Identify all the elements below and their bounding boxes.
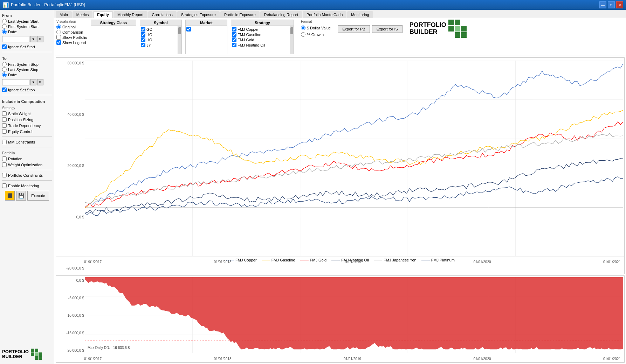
dd-chart-canvas (85, 277, 623, 353)
include-label: Include in Computation (2, 99, 52, 104)
legend-heating-oil: FMJ Heating Oil (331, 258, 369, 262)
symbol-header: Symbol (140, 20, 181, 26)
legend-gold: FMJ Gold (300, 258, 327, 262)
to-label: To (2, 56, 52, 61)
last-system-start-radio[interactable]: Last System Start (2, 19, 52, 23)
dd-chart-container: 0,0 $ -5 000,0 $ -10 000,0 $ -15 000,0 $… (56, 275, 625, 363)
tab-rebalancing-report[interactable]: Rebalancing Report (260, 11, 302, 18)
y-axis-labels: 60 000,0 $ 40 000,0 $ 20 000,0 $ 0,0 $ -… (56, 58, 84, 274)
legend-copper: FMJ Copper (226, 258, 257, 262)
to-r-btn[interactable]: R (37, 79, 43, 85)
tab-portfolio-monte-carlo[interactable]: Portfolio Monte Carlo (303, 11, 346, 18)
pb-logo-text: PORTFOLIO BUILDER (410, 22, 446, 36)
strategy-sublabel: Strategy (2, 106, 52, 110)
pb-logo: PORTFOLIO BUILDER (410, 20, 467, 38)
portfolio-constraints-check[interactable]: Portfolio Constraints (2, 173, 52, 177)
window-title: Portfolio Builder - PortafoglioFMJ [USD] (11, 2, 599, 7)
dollar-value-radio[interactable]: $ Dollar Value (301, 26, 331, 30)
position-sizing-check[interactable]: Position Sizing (2, 117, 52, 122)
enable-monitoring-check[interactable]: Enable Monitoring (2, 183, 52, 188)
show-legend-check[interactable]: Show Legend (56, 40, 87, 45)
mm-constraints-check[interactable]: MM Constraints (2, 140, 52, 144)
dd-y-labels: 0,0 $ -5 000,0 $ -10 000,0 $ -15 000,0 $… (56, 276, 84, 355)
vis-title: Visualisation (56, 20, 87, 23)
execute-button[interactable]: Execute (27, 191, 49, 201)
strategy-class-header: Strategy Class (91, 20, 136, 26)
last-system-stop-radio[interactable]: Last System Stop (2, 67, 52, 72)
export-is-button[interactable]: Export for IS (372, 25, 403, 33)
format-title: Format (301, 20, 331, 23)
strategy-class-list[interactable] (91, 26, 136, 54)
market-selector: Market (185, 20, 227, 54)
strategy-class-selector: Strategy Class (91, 20, 136, 54)
pct-growth-radio[interactable]: % Growth (301, 32, 331, 37)
tab-portfolio-exposure[interactable]: Portfolio Exposure (220, 11, 260, 18)
tab-monitoring[interactable]: Monitoring (347, 11, 373, 18)
main-chart-canvas (85, 61, 623, 256)
tab-bar: Main Metrics Equity Monthly Report Corre… (54, 10, 626, 18)
strategy-selector: Strategy FMJ Copper FMJ Gasoline FMJ Gol… (231, 20, 294, 54)
to-date-radio[interactable]: Date: (2, 72, 52, 77)
trade-dependency-check[interactable]: Trade Dependency (2, 123, 52, 128)
logo-grid (31, 349, 42, 360)
strategy-list[interactable]: FMJ Copper FMJ Gasoline FMJ Gold FMJ Hea… (231, 26, 290, 54)
main-chart-container: 60 000,0 $ 40 000,0 $ 20 000,0 $ 0,0 $ -… (56, 57, 625, 274)
titlebar: 📊 Portfolio Builder - PortafoglioFMJ [US… (0, 0, 626, 10)
show-portfolio-check[interactable]: Show Portfolio (56, 35, 87, 40)
ignore-set-stop-check[interactable]: Ignore Set Stop (2, 88, 52, 92)
chart-legend: FMJ Copper FMJ Gasoline FMJ Gold FMJ Hea… (56, 256, 624, 264)
first-system-stop-radio[interactable]: First System Stop (2, 62, 52, 66)
from-date-input[interactable]: 01/08/2016 (2, 36, 29, 42)
from-date-cal-btn[interactable]: ▼ (30, 36, 36, 42)
legend-platinum: FMJ Platinum (421, 258, 455, 262)
market-list[interactable] (186, 26, 227, 54)
legend-japanese-yen: FMJ Japanese Yen (374, 258, 417, 262)
symbol-list[interactable]: GC HG HO JY (140, 26, 178, 54)
tab-correlations[interactable]: Correlations (148, 11, 177, 18)
minimize-button[interactable]: — (599, 1, 606, 8)
logo-text: PORTFOLIO BUILDER (2, 349, 29, 359)
close-button[interactable]: ✕ (616, 1, 623, 8)
left-panel: From Last System Start First System Star… (0, 10, 54, 364)
legend-gasoline: FMJ Gasoline (262, 258, 295, 262)
original-radio[interactable]: Original (56, 24, 87, 29)
portfolio-sublabel: Portfolio (2, 151, 52, 155)
dd-annotation: Max Daily DD: - 16 633,6 $ (88, 346, 130, 350)
from-label: From (2, 13, 52, 18)
first-system-start-radio[interactable]: First System Start (2, 24, 52, 29)
rotation-check[interactable]: Rotation (2, 156, 52, 161)
to-date-cal-btn[interactable]: ▼ (30, 79, 36, 85)
yellow-icon-btn[interactable]: ⬛ (5, 191, 15, 201)
dd-x-labels: 01/01/2017 01/01/2018 01/01/2019 01/01/2… (84, 357, 621, 361)
tab-equity[interactable]: Equity (93, 11, 113, 18)
weight-optimization-check[interactable]: Weight Optimization (2, 162, 52, 167)
to-date-input[interactable]: 23/03/2021 (2, 79, 29, 85)
from-r-btn[interactable]: R (37, 36, 43, 42)
static-weight-check[interactable]: Static Weight (2, 111, 52, 116)
maximize-button[interactable]: □ (608, 1, 615, 8)
charts-area: 60 000,0 $ 40 000,0 $ 20 000,0 $ 0,0 $ -… (54, 56, 626, 364)
save-icon-btn[interactable]: 💾 (16, 191, 26, 201)
from-date-radio[interactable]: Date: (2, 29, 52, 34)
ignore-set-start-check[interactable]: Ignore Set Start (2, 44, 52, 49)
strategy-header: Strategy (231, 20, 294, 26)
logo-bottom: PORTFOLIO BUILDER (2, 346, 52, 362)
market-header: Market (186, 20, 227, 26)
pb-logo-grid (448, 20, 467, 38)
comparison-radio[interactable]: Comparison (56, 30, 87, 34)
equity-control-check[interactable]: Equity Control (2, 129, 52, 134)
tab-strategies-exposure[interactable]: Strategies Exposure (177, 11, 220, 18)
tab-monthly-report[interactable]: Monthly Report (113, 11, 147, 18)
tab-main[interactable]: Main (56, 11, 72, 18)
symbol-selector: Symbol GC HG HO JY (140, 20, 182, 54)
vis-panel: Visualisation Original Comparison Show P… (54, 18, 626, 56)
tab-metrics[interactable]: Metrics (73, 11, 92, 18)
export-pb-button[interactable]: Export for PB (338, 25, 370, 33)
